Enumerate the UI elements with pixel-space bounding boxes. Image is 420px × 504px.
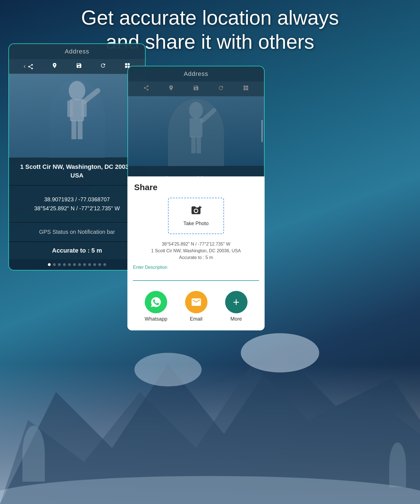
svg-rect-14 (128, 96, 264, 166)
share-info-line1: 38°54'25.892" N / -77°2'12.735" W (133, 241, 259, 248)
right-pin-icon[interactable] (168, 85, 174, 93)
refresh-icon[interactable] (100, 62, 106, 70)
left-map-person-svg (9, 74, 145, 158)
share-icon[interactable]: ‹ (24, 63, 33, 70)
svg-point-15 (189, 102, 203, 119)
dot-3[interactable] (58, 263, 61, 266)
take-photo-area: Take Photo (127, 195, 265, 239)
dot-9[interactable] (88, 263, 91, 266)
whatsapp-label: Whatsapp (144, 316, 167, 322)
dot-8[interactable] (83, 263, 86, 266)
svg-rect-16 (190, 118, 202, 137)
more-plus-icon: + (233, 297, 239, 308)
left-phone-card: Address ‹ (8, 43, 146, 270)
left-card-address: 1 Scott Cir NW, Washington, DC 20036, US… (9, 158, 145, 185)
email-label: Email (190, 316, 202, 322)
share-info: 38°54'25.892" N / -77°2'12.735" W 1 Scot… (127, 239, 265, 265)
description-label: Enter Description (133, 265, 259, 270)
left-card-coords: 38.9071923 / -77.0368707 38°54'25.892" N… (9, 186, 145, 222)
svg-point-2 (134, 353, 202, 386)
left-card-map (9, 74, 145, 158)
description-field: Enter Description (133, 265, 259, 281)
pin-icon[interactable] (52, 62, 58, 70)
more-icon-circle: + (225, 291, 248, 313)
svg-point-3 (241, 333, 319, 372)
left-card-header: Address (9, 44, 145, 59)
mountain-svg (0, 308, 420, 504)
dot-6[interactable] (73, 263, 76, 266)
dot-4[interactable] (63, 263, 66, 266)
svg-rect-19 (197, 137, 201, 153)
camera-icon (190, 205, 202, 218)
svg-rect-9 (67, 100, 73, 117)
gps-status-text: GPS Status on Notification bar (15, 229, 139, 235)
svg-point-7 (69, 81, 85, 100)
coords-line1: 38.9071923 / -77.0368707 (44, 195, 110, 204)
share-info-line3: Accurate to : 5 m (133, 254, 259, 261)
email-share-button[interactable]: Email (185, 291, 207, 322)
left-card-toolbar: ‹ (9, 59, 145, 74)
svg-rect-11 (71, 120, 76, 139)
right-card-header: Address (128, 66, 264, 81)
more-label: More (230, 316, 242, 322)
dot-7[interactable] (78, 263, 81, 266)
share-dialog: Share Take Photo 38°54'25.892" N / -77°2… (127, 176, 265, 330)
dot-1[interactable] (48, 263, 51, 266)
dot-12[interactable] (103, 263, 106, 266)
left-card-gps: GPS Status on Notification bar (9, 223, 145, 241)
svg-rect-22 (198, 207, 202, 208)
svg-point-20 (195, 209, 197, 212)
right-share-icon[interactable] (143, 85, 149, 93)
right-map-svg (128, 96, 264, 166)
description-input[interactable] (133, 271, 259, 281)
accurate-text: Accurate to : 5 m (14, 247, 140, 254)
svg-line-17 (202, 110, 214, 121)
coords-line2: 38°54'25.892" N / -77°2'12.735" W (34, 204, 120, 213)
share-buttons: Whatsapp Email + More (127, 285, 265, 330)
save-icon[interactable] (76, 62, 82, 70)
dot-5[interactable] (68, 263, 71, 266)
scroll-indicator (261, 120, 263, 142)
svg-rect-18 (191, 137, 196, 153)
right-card-toolbar (128, 81, 264, 96)
share-dialog-title: Share (127, 176, 265, 195)
right-grid-icon[interactable] (243, 85, 249, 93)
more-share-button[interactable]: + More (225, 291, 248, 322)
bg-person-left (22, 426, 45, 482)
whatsapp-icon-circle (145, 291, 167, 313)
dot-10[interactable] (93, 263, 96, 266)
take-photo-label: Take Photo (183, 221, 209, 227)
dot-2[interactable] (53, 263, 56, 266)
whatsapp-share-button[interactable]: Whatsapp (144, 291, 167, 322)
left-card-dots (9, 259, 145, 270)
share-info-line2: 1 Scott Cir NW, Washington, DC 20036, US… (133, 248, 259, 254)
left-card-accurate: Accurate to : 5 m (9, 242, 145, 259)
dot-11[interactable] (98, 263, 101, 266)
right-save-icon[interactable] (193, 85, 199, 93)
bg-person-right (389, 442, 406, 487)
left-address-text: 1 Scott Cir NW, Washington, DC 20036, US… (17, 163, 137, 180)
svg-rect-12 (78, 120, 83, 139)
email-icon-circle (185, 291, 207, 313)
left-map-image (9, 74, 145, 158)
right-refresh-icon[interactable] (218, 85, 224, 93)
right-card-map (128, 96, 264, 166)
take-photo-button[interactable]: Take Photo (168, 198, 224, 234)
